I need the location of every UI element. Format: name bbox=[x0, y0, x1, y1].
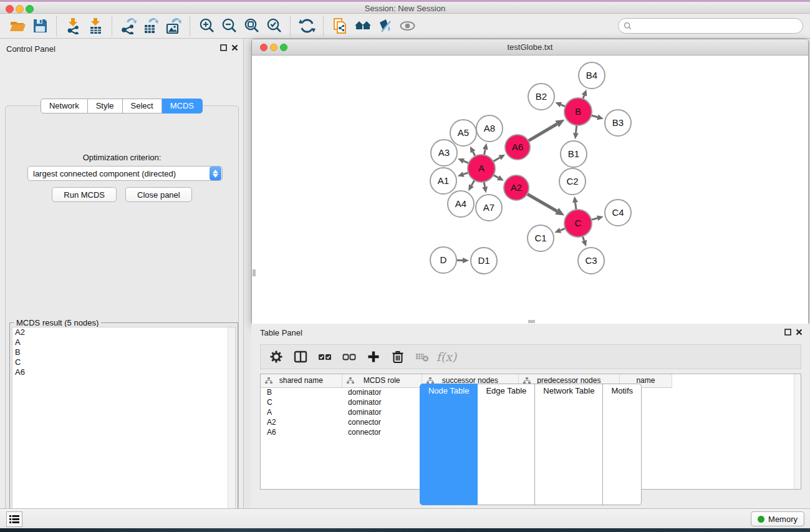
status-bar: Memory bbox=[0, 508, 810, 528]
tab-network[interactable]: Network bbox=[41, 99, 88, 114]
graphics-details-button[interactable] bbox=[396, 16, 418, 36]
close-panel-button[interactable]: Close panel bbox=[125, 187, 192, 202]
edge-A-A3[interactable] bbox=[463, 161, 468, 163]
zoom-selected-button[interactable] bbox=[263, 16, 285, 36]
edge-A-A6[interactable] bbox=[493, 158, 500, 162]
edge-B-B3[interactable] bbox=[591, 115, 597, 117]
application-window: Session: New Session bbox=[0, 0, 810, 532]
network-canvas[interactable]: B4B2BB3A8A5A6A3B1AA1C2A2A4A7C4CC1DD1C3 bbox=[252, 56, 808, 324]
toolbar-separator bbox=[56, 16, 57, 36]
show-panels-button[interactable] bbox=[6, 511, 22, 527]
network-node-B2[interactable]: B2 bbox=[528, 84, 554, 110]
export-network-button[interactable] bbox=[117, 16, 140, 36]
tab-mcds[interactable]: MCDS bbox=[162, 99, 203, 114]
edge-C-C3[interactable] bbox=[582, 236, 584, 241]
edge-C-C2[interactable] bbox=[576, 203, 577, 210]
column-view-button[interactable] bbox=[290, 347, 311, 366]
import-table-button[interactable] bbox=[84, 16, 107, 36]
result-item[interactable]: B bbox=[12, 347, 235, 357]
home-button[interactable] bbox=[351, 16, 374, 36]
network-node-B3[interactable]: B3 bbox=[605, 110, 631, 136]
zoom-out-button[interactable] bbox=[218, 16, 240, 36]
edge-A-A4[interactable] bbox=[471, 180, 475, 186]
close-panel-icon[interactable] bbox=[231, 44, 238, 51]
horizontal-scroll-indicator[interactable] bbox=[528, 320, 535, 323]
network-node-C3[interactable]: C3 bbox=[578, 248, 604, 274]
memory-label: Memory bbox=[768, 515, 798, 524]
export-image-button[interactable] bbox=[162, 16, 185, 36]
edge-A-A5[interactable] bbox=[473, 152, 475, 156]
network-node-A1[interactable]: A1 bbox=[430, 168, 456, 194]
tab-edge-table[interactable]: Edge Table bbox=[478, 384, 535, 505]
save-session-button[interactable] bbox=[29, 16, 51, 36]
network-node-C1[interactable]: C1 bbox=[528, 225, 554, 251]
network-node-B1[interactable]: B1 bbox=[561, 141, 587, 167]
desktop-background bbox=[0, 528, 810, 532]
tab-style[interactable]: Style bbox=[88, 99, 123, 114]
open-session-button[interactable] bbox=[6, 16, 29, 36]
edge-C-C4[interactable] bbox=[591, 218, 597, 220]
result-item[interactable]: A6 bbox=[12, 367, 235, 377]
zoom-fit-button[interactable] bbox=[240, 16, 263, 36]
tab-network-table[interactable]: Network Table bbox=[535, 384, 603, 505]
network-node-B4[interactable]: B4 bbox=[579, 62, 605, 89]
network-node-A[interactable]: A bbox=[468, 155, 495, 182]
network-window-titlebar[interactable]: testGlobe.txt bbox=[252, 39, 808, 56]
delete-column-button[interactable] bbox=[387, 347, 408, 366]
network-node-D[interactable]: D bbox=[430, 247, 456, 273]
tab-node-table[interactable]: Node Table bbox=[420, 384, 478, 505]
edge-B-B2[interactable] bbox=[561, 105, 565, 107]
delete-table-button[interactable] bbox=[412, 347, 433, 366]
zoom-in-button[interactable] bbox=[195, 16, 218, 36]
network-node-A3[interactable]: A3 bbox=[431, 140, 457, 166]
network-node-A4[interactable]: A4 bbox=[448, 191, 474, 217]
network-node-C2[interactable]: C2 bbox=[559, 168, 586, 195]
edge-A-A1[interactable] bbox=[463, 173, 468, 175]
mcds-result-list[interactable]: A2ABCA6 bbox=[12, 327, 236, 532]
edge-A-A2[interactable] bbox=[493, 175, 498, 178]
float-panel-icon[interactable] bbox=[220, 44, 227, 51]
function-builder-button[interactable]: f(x) bbox=[436, 347, 457, 366]
edge-A6-B[interactable] bbox=[528, 124, 557, 141]
import-network-button[interactable] bbox=[62, 16, 84, 36]
search-input[interactable] bbox=[635, 21, 791, 31]
select-all-columns-button[interactable] bbox=[314, 347, 335, 366]
network-node-A7[interactable]: A7 bbox=[476, 195, 502, 221]
network-node-A6[interactable]: A6 bbox=[505, 135, 530, 160]
float-table-panel-icon[interactable] bbox=[784, 329, 791, 336]
tab-select[interactable]: Select bbox=[123, 99, 162, 114]
search-field[interactable] bbox=[618, 18, 803, 34]
close-table-panel-icon[interactable] bbox=[796, 329, 803, 336]
network-node-B[interactable]: B bbox=[564, 98, 592, 125]
network-graph[interactable]: B4B2BB3A8A5A6A3B1AA1C2A2A4A7C4CC1DD1C3 bbox=[252, 56, 808, 324]
add-column-button[interactable] bbox=[363, 347, 384, 366]
result-list-scrollbar[interactable] bbox=[228, 327, 235, 532]
edge-A-A7[interactable] bbox=[484, 182, 485, 187]
table-settings-button[interactable] bbox=[266, 347, 287, 366]
memory-button[interactable]: Memory bbox=[751, 511, 804, 526]
network-node-C4[interactable]: C4 bbox=[605, 200, 631, 226]
network-node-A2[interactable]: A2 bbox=[504, 175, 529, 200]
deselect-all-columns-button[interactable] bbox=[339, 347, 360, 366]
edge-A-A8[interactable] bbox=[484, 149, 485, 155]
tab-motifs[interactable]: Motifs bbox=[603, 384, 642, 505]
hide-annotations-button[interactable] bbox=[374, 16, 396, 36]
result-item[interactable]: C bbox=[12, 357, 235, 367]
network-node-D1[interactable]: D1 bbox=[471, 248, 497, 274]
network-node-A5[interactable]: A5 bbox=[450, 120, 476, 146]
result-item[interactable]: A bbox=[12, 337, 235, 347]
export-table-button[interactable] bbox=[140, 16, 162, 36]
refresh-icon bbox=[299, 17, 316, 34]
edge-A2-C[interactable] bbox=[527, 194, 557, 211]
vertical-scroll-indicator[interactable] bbox=[253, 269, 256, 276]
result-item[interactable]: A2 bbox=[12, 327, 235, 337]
network-node-A8[interactable]: A8 bbox=[476, 115, 503, 142]
network-from-selection-button[interactable] bbox=[329, 16, 351, 36]
network-node-C[interactable]: C bbox=[564, 210, 592, 237]
edge-B-B1[interactable] bbox=[576, 125, 576, 133]
edge-C-C1[interactable] bbox=[561, 228, 566, 230]
arrowhead-icon bbox=[582, 89, 587, 96]
run-mcds-button[interactable]: Run MCDS bbox=[52, 187, 117, 202]
apply-layout-button[interactable] bbox=[296, 16, 318, 36]
criterion-dropdown[interactable]: largest connected component (directed) bbox=[27, 166, 223, 181]
